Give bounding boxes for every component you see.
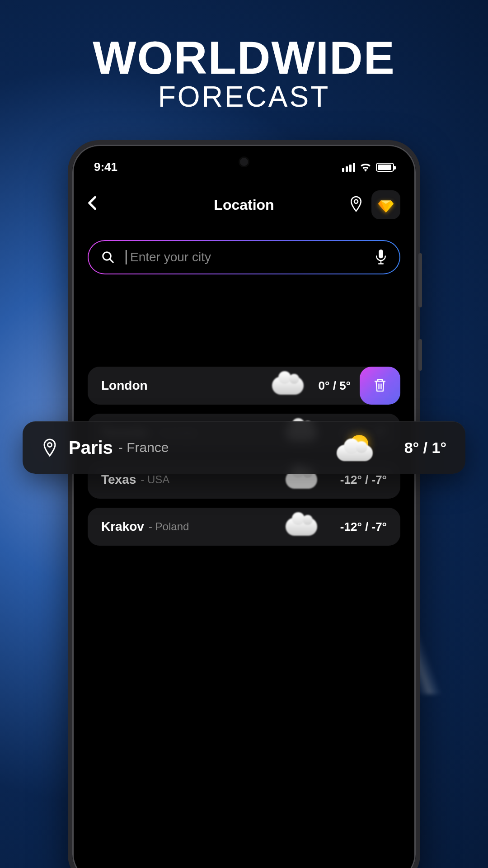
city-name: London	[101, 378, 148, 393]
trash-icon	[373, 378, 387, 393]
featured-temp: 8° / 1°	[404, 439, 446, 457]
featured-spacer	[72, 283, 416, 360]
city-temp: -12° / -7°	[328, 520, 387, 534]
location-pin-icon	[42, 438, 58, 458]
phone-side-button	[418, 339, 422, 371]
page-title: Location	[214, 197, 274, 213]
back-button[interactable]	[88, 195, 106, 214]
city-temp: -12° / -7°	[328, 473, 387, 487]
svg-point-0	[354, 200, 358, 203]
status-time: 9:41	[94, 160, 117, 174]
search-placeholder: Enter your city	[126, 250, 364, 264]
city-temp: 0° / 5°	[314, 379, 351, 393]
phone-camera-icon	[239, 156, 249, 167]
city-name: Texas	[101, 472, 136, 487]
diamond-icon	[377, 196, 394, 213]
city-row-london[interactable]: London 0° / 5°	[88, 367, 400, 405]
city-row-krakov[interactable]: Krakov - Poland -12° / -7°	[88, 508, 400, 546]
svg-point-3	[48, 443, 52, 447]
wifi-icon	[360, 163, 371, 172]
svg-rect-2	[379, 250, 383, 258]
header: Location	[72, 179, 416, 231]
marketing-title-line2: FORECAST	[0, 80, 488, 113]
phone-side-button	[418, 253, 422, 307]
city-name: Krakov	[101, 519, 144, 534]
featured-city-country: - France	[118, 440, 169, 455]
mic-icon[interactable]	[375, 250, 387, 265]
cloudy-icon	[272, 377, 304, 395]
marketing-title: WORLDWIDE FORECAST	[0, 32, 488, 113]
status-icons	[342, 163, 394, 172]
partly-cloudy-icon	[337, 434, 377, 461]
phone-frame: 9:41 Location Enter your city London	[68, 140, 420, 868]
signal-icon	[342, 163, 355, 172]
featured-city-card[interactable]: Paris - France 8° / 1°	[23, 421, 465, 474]
cloudy-icon	[286, 518, 317, 536]
location-pin-button[interactable]	[349, 195, 363, 214]
marketing-title-line1: WORLDWIDE	[0, 32, 488, 85]
delete-button[interactable]	[360, 367, 400, 405]
city-country: - Poland	[149, 520, 189, 533]
search-field[interactable]: Enter your city	[88, 240, 400, 274]
search-icon	[101, 250, 115, 264]
battery-icon	[376, 163, 394, 172]
premium-button[interactable]	[371, 190, 400, 219]
city-country: - USA	[141, 473, 169, 486]
featured-city-name: Paris	[69, 438, 113, 458]
